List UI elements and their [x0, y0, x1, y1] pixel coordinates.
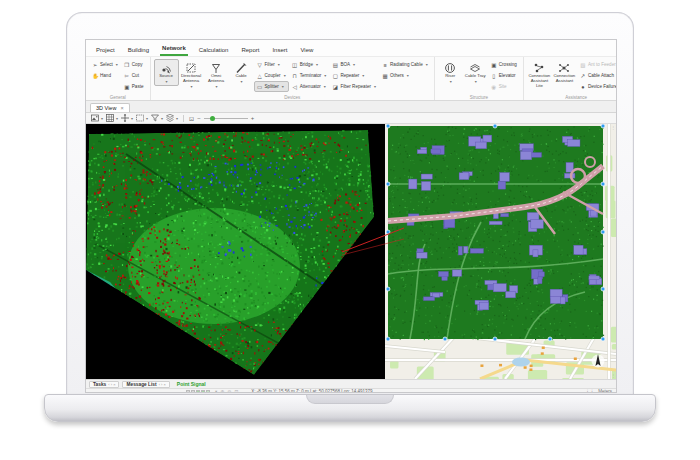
- filter-view-icon[interactable]: ▾: [151, 114, 163, 122]
- layer-toggle-2[interactable]: [196, 390, 200, 394]
- filter-icon: ▽: [257, 62, 263, 68]
- chevron-down-icon[interactable]: ▾: [450, 79, 452, 84]
- chevron-down-icon[interactable]: ▾: [282, 84, 284, 89]
- chevron-down-icon[interactable]: ▾: [101, 116, 103, 121]
- attenuator-button[interactable]: ◁Attenuator▾: [289, 81, 330, 92]
- paste-button[interactable]: ▣Paste: [121, 81, 147, 92]
- chevron-down-icon[interactable]: ▾: [131, 116, 133, 121]
- boa-button[interactable]: ▤BOA▾: [329, 59, 379, 70]
- copy-button[interactable]: ❐Copy: [121, 59, 147, 70]
- layer-toggle-buttons[interactable]: [186, 390, 211, 394]
- zoom-slider-handle[interactable]: [210, 116, 215, 121]
- chevron-down-icon[interactable]: ▾: [316, 62, 318, 67]
- riser-button[interactable]: Riser▾: [438, 59, 463, 86]
- elevator-button[interactable]: ▯Elevator: [488, 70, 520, 81]
- omni-antenna-button[interactable]: Omni Antenna▾: [204, 59, 229, 91]
- source-button[interactable]: Source▾: [154, 59, 179, 86]
- layer-toggle-3[interactable]: [201, 390, 205, 394]
- zoom-slider[interactable]: [204, 118, 248, 119]
- chevron-down-icon[interactable]: ▾: [176, 116, 178, 121]
- select-rect-icon: [136, 114, 144, 122]
- chevron-down-icon[interactable]: ▾: [278, 62, 280, 67]
- zoom-out-button[interactable]: −: [197, 115, 201, 121]
- pane-map-view[interactable]: ⋮ ⋮: [385, 124, 616, 379]
- ribbon-column: ▧Ant to Feeder↗Cable Attach●Device Failu…: [577, 59, 616, 92]
- ribbon-tab-calculation[interactable]: Calculation: [197, 45, 231, 56]
- ribbon-tab-view[interactable]: View: [298, 45, 315, 56]
- dock-tab-controls[interactable]: ‹ › ×: [159, 382, 166, 387]
- chevron-down-icon[interactable]: ▾: [116, 62, 118, 67]
- cable-attach-button[interactable]: ↗Cable Attach: [577, 70, 616, 81]
- chevron-down-icon[interactable]: ▾: [475, 79, 477, 84]
- chevron-down-icon[interactable]: ▾: [116, 116, 118, 121]
- filter-button[interactable]: ▽Filter▾: [254, 59, 289, 70]
- ribbon-tab-report[interactable]: Report: [239, 45, 261, 56]
- chevron-down-icon[interactable]: ▾: [426, 62, 428, 67]
- dock-tab-controls[interactable]: ‹ › ×: [108, 382, 115, 387]
- cable-button[interactable]: Cable▾: [229, 59, 254, 86]
- layer-toggle-4[interactable]: [206, 390, 210, 394]
- move-icon[interactable]: ▾: [121, 114, 133, 122]
- chevron-down-icon[interactable]: ▾: [241, 79, 243, 84]
- terminator-button[interactable]: ⊓Terminator▾: [289, 70, 330, 81]
- zoom-tool-icons[interactable]: ▾ ⊕ ⊖ ⊡: [215, 389, 239, 393]
- device-failure-button[interactable]: ●Device Failure▾: [577, 81, 616, 92]
- chevron-down-icon[interactable]: ▾: [374, 84, 376, 89]
- tab-3d-view[interactable]: 3D View ×: [90, 103, 130, 112]
- ribbon-group-devices: Source▾Directional Antenna▾Omni Antenna▾…: [151, 57, 435, 100]
- chevron-down-icon[interactable]: ▾: [191, 84, 193, 89]
- ribbon-tab-network[interactable]: Network: [160, 43, 188, 56]
- crossing-button[interactable]: ▣Crossing: [488, 59, 520, 70]
- hand-button[interactable]: ✋Hand: [89, 70, 121, 81]
- button-label: Fiber Repeater: [340, 84, 371, 89]
- chevron-down-icon[interactable]: ▾: [161, 116, 163, 121]
- others-button[interactable]: ▦Others▾: [379, 70, 431, 81]
- connection-assistant-lite-button[interactable]: Connection Assistant Lite: [527, 59, 552, 91]
- zoom-in-button[interactable]: +: [251, 115, 255, 121]
- radiating-cable-button[interactable]: ≡Radiating Cable▾: [379, 59, 431, 70]
- ribbon-tab-building[interactable]: Building: [126, 45, 151, 56]
- bridge-button[interactable]: ◫Bridge▾: [289, 59, 330, 70]
- image-icon[interactable]: ▾: [91, 114, 103, 122]
- ribbon-tab-project[interactable]: Project: [94, 45, 117, 56]
- scrollbar-dots-top[interactable]: ⋮: [611, 126, 615, 129]
- scrollbar-dots-bottom[interactable]: ⋮: [611, 374, 615, 377]
- chevron-down-icon[interactable]: ▾: [324, 84, 326, 89]
- layers-icon[interactable]: ▾: [166, 114, 178, 122]
- cursor-button[interactable]: ➢Select▾: [89, 59, 121, 70]
- chevron-down-icon[interactable]: ▾: [284, 73, 286, 78]
- cut-button[interactable]: ✂Cut: [121, 70, 147, 81]
- close-icon[interactable]: ×: [120, 105, 123, 111]
- repeater-button[interactable]: ▢Repeater▾: [329, 70, 379, 81]
- chevron-down-icon[interactable]: ▾: [324, 73, 326, 78]
- dock-tab-message-list[interactable]: Message List‹ › ×: [122, 381, 169, 388]
- fit-view-icon[interactable]: ⊡: [189, 115, 194, 122]
- chevron-down-icon[interactable]: ▾: [362, 73, 364, 78]
- point-signal-label[interactable]: Point Signal: [177, 381, 206, 387]
- layer-toggle-0[interactable]: [186, 390, 190, 394]
- chevron-down-icon[interactable]: ▾: [166, 79, 168, 84]
- select-rect-icon[interactable]: ▾: [136, 114, 148, 122]
- chevron-down-icon[interactable]: ▾: [146, 116, 148, 121]
- layer-toggle-1[interactable]: [191, 390, 195, 394]
- cable-tray-button[interactable]: Cable Tray▾: [463, 59, 488, 86]
- copy-icon: ❐: [124, 62, 130, 68]
- chevron-down-icon[interactable]: ▾: [216, 84, 218, 89]
- coupler-button[interactable]: △Coupler▾: [254, 70, 289, 81]
- ribbon-tab-insert[interactable]: Insert: [270, 45, 289, 56]
- directional-antenna-button[interactable]: Directional Antenna▾: [179, 59, 204, 91]
- connection-assistant-button[interactable]: Connection Assistant: [552, 59, 577, 86]
- pane-3d-view[interactable]: [86, 124, 385, 379]
- splitter-button[interactable]: ▭Splitter▾: [254, 81, 289, 92]
- chevron-down-icon[interactable]: ▾: [353, 62, 355, 67]
- resize-grip-icon[interactable]: ⋮⋮: [585, 389, 594, 393]
- chevron-down-icon[interactable]: ▾: [407, 73, 409, 78]
- button-label: Terminator: [300, 73, 322, 78]
- dock-tab-tasks[interactable]: Tasks‹ › ×: [89, 381, 119, 388]
- terrain-point-cloud[interactable]: [86, 124, 385, 379]
- map-canvas[interactable]: [385, 124, 616, 379]
- image-icon: [91, 114, 99, 122]
- grid-icon[interactable]: ▾: [106, 114, 118, 122]
- dock-tab-label: Message List: [126, 382, 156, 387]
- fiber-repeater-button[interactable]: ◪Fiber Repeater▾: [329, 81, 379, 92]
